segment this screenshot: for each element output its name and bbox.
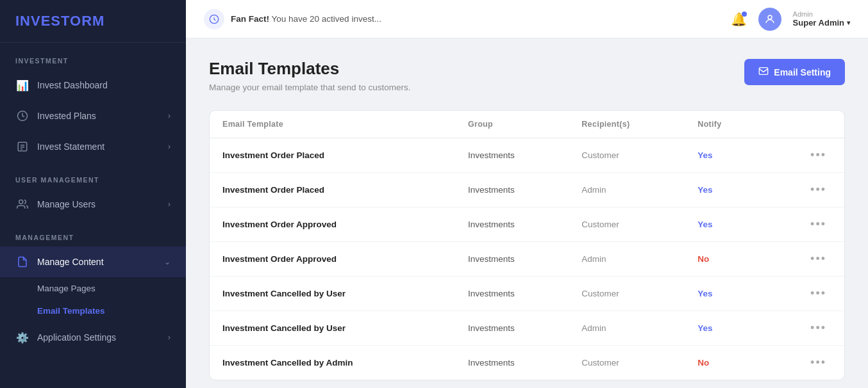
cell-recipient: Admin <box>569 242 685 277</box>
email-setting-button[interactable]: Email Setting <box>744 59 845 85</box>
page-header: Email Templates Manage your email templa… <box>209 59 845 92</box>
sub-item-label: Manage Pages <box>37 284 96 293</box>
cell-template: Investment Order Approved <box>210 242 455 277</box>
sidebar-item-label: Invest Dashboard <box>37 80 171 90</box>
cell-template: Investment Order Placed <box>210 138 455 173</box>
main-content: Fan Fact! You have 20 actived invest... … <box>186 0 868 388</box>
cell-recipient: Admin <box>569 311 685 346</box>
username: Super Admin ▾ <box>793 18 850 28</box>
table-row: Investment Order Approved Investments Cu… <box>210 207 844 242</box>
page-subtitle: Manage your email template that send to … <box>209 83 410 92</box>
cell-template: Investment Order Placed <box>210 173 455 207</box>
sidebar-item-invest-dashboard[interactable]: 📊 Invest Dashboard <box>0 70 186 101</box>
table-header-row: Email Template Group Recipient(s) Notify <box>210 111 844 138</box>
svg-point-6 <box>768 15 772 19</box>
table-row: Investment Order Placed Investments Cust… <box>210 138 844 173</box>
avatar <box>758 8 781 31</box>
col-notify: Notify <box>685 111 762 138</box>
cell-notify: Yes <box>685 173 762 207</box>
chevron-right-icon: › <box>168 333 171 342</box>
table-row: Investment Order Placed Investments Admi… <box>210 173 844 207</box>
sidebar-sub-item-email-templates[interactable]: Email Templates <box>0 300 186 322</box>
cell-group: Investments <box>455 173 569 207</box>
cell-actions: ••• <box>763 346 844 380</box>
invested-plans-icon <box>15 109 29 123</box>
row-actions-button[interactable]: ••• <box>805 319 831 337</box>
cell-notify: Yes <box>685 138 762 173</box>
cell-template: Investment Cancelled by User <box>210 277 455 311</box>
cell-recipient: Customer <box>569 207 685 242</box>
cell-recipient: Customer <box>569 138 685 173</box>
fan-fact-text: You have 20 actived invest... <box>272 14 381 24</box>
fan-fact-label: Fan Fact! <box>231 14 269 24</box>
cell-group: Investments <box>455 207 569 242</box>
sidebar-item-label: Manage Users <box>37 199 168 209</box>
sidebar-item-application-settings[interactable]: ⚙️ Application Settings › <box>0 322 186 353</box>
sidebar-item-label: Manage Content <box>37 257 164 267</box>
logo-part1: INVEST <box>15 13 70 29</box>
topbar: Fan Fact! You have 20 actived invest... … <box>186 0 868 38</box>
row-actions-button[interactable]: ••• <box>805 353 831 371</box>
invest-statement-icon <box>15 140 29 154</box>
topbar-right: 🔔 Admin Super Admin ▾ <box>731 8 850 31</box>
row-actions-button[interactable]: ••• <box>805 215 831 233</box>
col-group: Group <box>455 111 569 138</box>
table-row: Investment Cancelled by User Investments… <box>210 311 844 346</box>
table-row: Investment Cancelled by User Investments… <box>210 277 844 311</box>
cell-actions: ••• <box>763 277 844 311</box>
sidebar-item-manage-content[interactable]: Manage Content ⌄ <box>0 247 186 277</box>
sidebar-item-label: Application Settings <box>37 332 168 343</box>
manage-content-icon <box>15 255 29 269</box>
sidebar-item-manage-users[interactable]: Manage Users › <box>0 189 186 220</box>
col-email-template: Email Template <box>210 111 455 138</box>
row-actions-button[interactable]: ••• <box>805 181 831 198</box>
application-settings-icon: ⚙️ <box>15 330 29 344</box>
cell-template: Investment Cancelled by User <box>210 311 455 346</box>
chevron-down-icon: ▾ <box>847 19 850 26</box>
cell-actions: ••• <box>763 242 844 277</box>
row-actions-button[interactable]: ••• <box>805 250 831 268</box>
admin-label: Admin <box>793 10 850 18</box>
cell-recipient: Admin <box>569 173 685 207</box>
invest-dashboard-icon: 📊 <box>15 78 29 92</box>
chevron-right-icon: › <box>168 111 171 120</box>
page-header-text: Email Templates Manage your email templa… <box>209 59 410 92</box>
cell-actions: ••• <box>763 173 844 207</box>
sidebar: INVESTORM INVESTMENT 📊 Invest Dashboard … <box>0 0 186 388</box>
sidebar-item-invested-plans[interactable]: Invested Plans › <box>0 101 186 131</box>
chevron-right-icon: › <box>168 142 171 151</box>
sidebar-item-label: Invest Statement <box>37 141 168 152</box>
page-content: Email Templates Manage your email templa… <box>186 38 868 388</box>
chevron-down-icon: ⌄ <box>164 257 171 266</box>
chevron-right-icon: › <box>168 200 171 209</box>
cell-actions: ••• <box>763 207 844 242</box>
cell-group: Investments <box>455 138 569 173</box>
table-row: Investment Order Approved Investments Ad… <box>210 242 844 277</box>
cell-recipient: Customer <box>569 277 685 311</box>
page-title: Email Templates <box>209 59 410 79</box>
email-templates-table: Email Template Group Recipient(s) Notify… <box>209 110 845 380</box>
row-actions-button[interactable]: ••• <box>805 146 831 164</box>
notification-bell[interactable]: 🔔 <box>731 12 747 27</box>
col-actions <box>763 111 844 138</box>
fan-fact-banner: Fan Fact! You have 20 actived invest... <box>204 9 723 29</box>
email-setting-icon <box>758 66 769 78</box>
investment-section-label: INVESTMENT <box>0 43 186 70</box>
logo: INVESTORM <box>0 0 186 43</box>
sidebar-item-invest-statement[interactable]: Invest Statement › <box>0 131 186 162</box>
cell-notify: No <box>685 242 762 277</box>
row-actions-button[interactable]: ••• <box>805 284 831 302</box>
management-section-label: MANAGEMENT <box>0 220 186 247</box>
cell-group: Investments <box>455 242 569 277</box>
cell-template: Investment Cancelled by Admin <box>210 346 455 380</box>
sidebar-sub-item-manage-pages[interactable]: Manage Pages <box>0 277 186 300</box>
table: Email Template Group Recipient(s) Notify… <box>210 111 844 380</box>
sub-item-label: Email Templates <box>37 306 105 316</box>
cell-notify: Yes <box>685 277 762 311</box>
user-management-section-label: USER MANAGEMENT <box>0 162 186 189</box>
email-setting-label: Email Setting <box>774 67 831 77</box>
cell-actions: ••• <box>763 311 844 346</box>
cell-template: Investment Order Approved <box>210 207 455 242</box>
cell-group: Investments <box>455 311 569 346</box>
cell-group: Investments <box>455 346 569 380</box>
